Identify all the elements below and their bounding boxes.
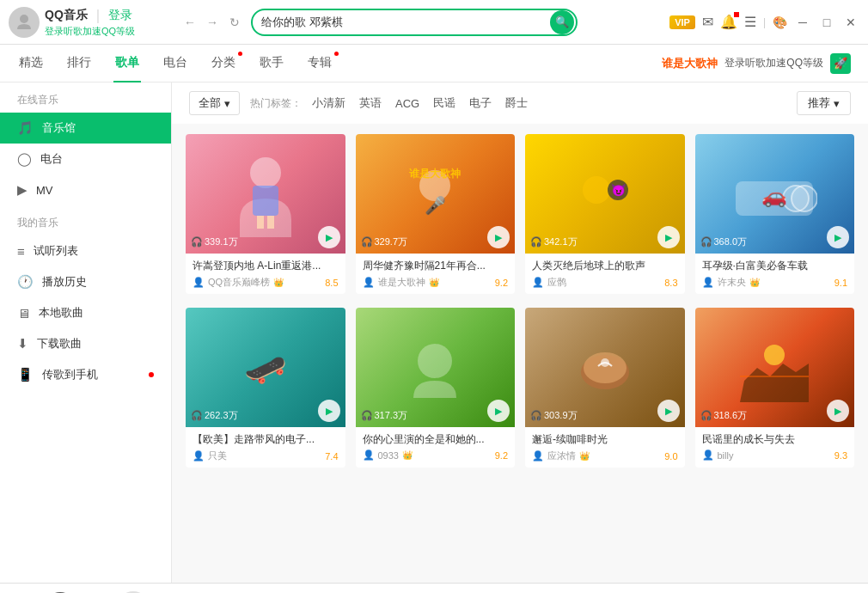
crown-icon-4: 👑 — [749, 278, 760, 287]
card-4-play[interactable]: ▶ — [827, 226, 849, 248]
card-1-count: 🎧 339.1万 — [191, 235, 238, 248]
user-icon-4: 👤 — [702, 277, 714, 288]
card-1-info: 许嵩登顶内地 A-Lin重返港... 👤 QQ音乐巅峰榜 👑 8.5 — [186, 254, 345, 294]
menu-icon[interactable]: ☰ — [744, 14, 756, 30]
close-button[interactable]: ✕ — [842, 14, 859, 31]
tab-geshou[interactable]: 歌手 — [258, 45, 285, 83]
sidebar-label-local: 本地歌曲 — [39, 305, 83, 321]
card-3-source: 应鹘 — [547, 276, 566, 289]
card-4[interactable]: 🚗 🎧 368.0万 ▶ 耳孕级·白富美必备车载 👤 许末央 — [695, 134, 855, 294]
sidebar-item-download[interactable]: ⬇ 下载歌曲 — [0, 328, 171, 359]
card-2-play[interactable]: ▶ — [487, 226, 510, 248]
card-1-play[interactable]: ▶ — [318, 226, 340, 248]
transfer-icon: 📱 — [17, 367, 34, 382]
sidebar-item-mv[interactable]: ▶ MV — [0, 174, 171, 205]
card-5-play[interactable]: ▶ — [318, 400, 340, 422]
sidebar-label-transfer: 传歌到手机 — [42, 367, 98, 382]
sidebar-label-radio: 电台 — [40, 151, 63, 167]
special-tab[interactable]: 谁是大歌神 — [662, 56, 718, 71]
titlebar-right: VIP ✉ 🔔 ☰ | 🎨 ─ □ ✕ — [669, 14, 859, 31]
tab-login[interactable]: 登录听歌加速QQ等级 — [724, 56, 823, 70]
zhuanji-dot — [334, 52, 339, 56]
card-5-score: 7.4 — [325, 451, 338, 462]
card-1[interactable]: 🎧 339.1万 ▶ 许嵩登顶内地 A-Lin重返港... 👤 QQ音乐巅峰榜 … — [186, 134, 345, 294]
card-3[interactable]: 😈 🎧 342.1万 ▶ 人类灭绝后地球上的歌声 👤 应鹘 — [525, 134, 685, 294]
sidebar-item-music-hall[interactable]: 🎵 音乐馆 — [0, 113, 171, 144]
skin-icon[interactable]: 🎨 — [773, 15, 787, 29]
chevron-down-icon: ▾ — [224, 97, 230, 110]
bell-icon[interactable]: 🔔 — [720, 14, 737, 30]
card-5-meta: 👤 只美 7.4 — [193, 449, 339, 462]
sidebar-item-local[interactable]: 🖥 本地歌曲 — [0, 297, 171, 328]
back-button[interactable]: ← — [180, 13, 199, 32]
chevron-down-icon2: ▾ — [834, 97, 840, 110]
filter-bar: 全部 ▾ 热门标签： 小清新 英语 ACG 民谣 电子 爵士 推荐 ▾ — [172, 83, 868, 124]
card-2-score: 9.2 — [495, 278, 508, 288]
card-6[interactable]: 🎧 317.3万 ▶ 你的心里演的全是和她的... 👤 0933 👑 9.2 — [356, 308, 516, 468]
card-1-score: 8.5 — [325, 278, 338, 288]
card-2[interactable]: 🎤 谁是大歌神 🎧 329.7万 ▶ 周华健齐豫时隔21年再合... � — [356, 134, 516, 294]
tab-jingxuan[interactable]: 精选 — [17, 45, 45, 83]
recommend-button[interactable]: 推荐 ▾ — [797, 91, 851, 115]
tab-fenlei[interactable]: 分类 — [210, 45, 237, 83]
card-8[interactable]: 🎧 318.6万 ▶ 民谣里的成长与失去 👤 billy 9.3 — [695, 308, 855, 468]
tag-jazz[interactable]: 爵士 — [502, 94, 531, 113]
tab-diantai[interactable]: 电台 — [162, 45, 189, 83]
card-2-source: 谁是大歌神 — [378, 276, 425, 289]
card-7-play[interactable]: ▶ — [657, 400, 680, 422]
card-5-count: 🎧 262.3万 — [191, 409, 238, 422]
sidebar-label-music-hall: 音乐馆 — [42, 120, 76, 136]
card-5-source: 只美 — [208, 449, 227, 462]
logo-text-group: QQ音乐 ｜ 登录 登录听歌加速QQ等级 — [45, 7, 135, 38]
card-6-image: 🎧 317.3万 ▶ — [356, 308, 516, 427]
tag-qingxin[interactable]: 小清新 — [309, 94, 349, 113]
card-7[interactable]: 🎧 303.9万 ▶ 邂逅-续咖啡时光 👤 应浓情 👑 9.0 — [525, 308, 685, 468]
svg-text:🎤: 🎤 — [425, 195, 446, 216]
minimize-button[interactable]: ─ — [794, 14, 811, 31]
card-4-count: 🎧 368.0万 — [700, 235, 748, 248]
user-icon-2: 👤 — [363, 277, 375, 288]
card-7-image: 🎧 303.9万 ▶ — [525, 308, 685, 427]
login-link[interactable]: 登录 — [108, 8, 132, 23]
refresh-button[interactable]: ↻ — [225, 13, 244, 32]
online-section-label: 在线音乐 — [0, 83, 171, 113]
card-7-score: 9.0 — [664, 451, 677, 462]
user-icon-1: 👤 — [193, 277, 205, 288]
svg-point-8 — [583, 176, 610, 204]
restore-button[interactable]: □ — [818, 14, 835, 31]
card-5[interactable]: 🛹 🎧 262.3万 ▶ 【欧美】走路带风的电子... 👤 只美 — [186, 308, 345, 468]
card-3-play[interactable]: ▶ — [657, 226, 680, 248]
rocket-button[interactable]: 🚀 — [830, 53, 851, 74]
sidebar-item-transfer[interactable]: 📱 传歌到手机 — [0, 359, 171, 390]
card-7-info: 邂逅-续咖啡时光 👤 应浓情 👑 9.0 — [525, 427, 685, 468]
mail-icon[interactable]: ✉ — [702, 14, 713, 30]
sidebar-label-download: 下载歌曲 — [37, 336, 82, 352]
forward-button[interactable]: → — [203, 13, 222, 32]
sidebar-item-trial[interactable]: ≡ 试听列表 — [0, 235, 171, 266]
tag-english[interactable]: 英语 — [356, 94, 385, 113]
svg-point-20 — [764, 345, 785, 365]
search-button[interactable]: 🔍 — [550, 10, 574, 34]
nav-arrows: ← → ↻ — [180, 13, 244, 32]
sidebar-item-history[interactable]: 🕐 播放历史 — [0, 266, 171, 297]
card-3-meta: 👤 应鹘 8.3 — [532, 276, 678, 289]
sidebar: 在线音乐 🎵 音乐馆 ◯ 电台 ▶ MV 我的音乐 ≡ 试听列表 🕐 播放历史 … — [0, 83, 172, 583]
card-2-image: 🎤 谁是大歌神 🎧 329.7万 ▶ — [356, 134, 516, 254]
download-icon: ⬇ — [17, 336, 28, 352]
category-select[interactable]: 全部 ▾ — [189, 91, 240, 115]
search-input[interactable] — [261, 15, 550, 28]
card-1-source: QQ音乐巅峰榜 — [208, 276, 270, 289]
tag-minyao[interactable]: 民谣 — [430, 94, 459, 113]
tag-electronic[interactable]: 电子 — [466, 94, 495, 113]
vip-badge[interactable]: VIP — [669, 15, 695, 29]
card-3-info: 人类灭绝后地球上的歌声 👤 应鹘 8.3 — [525, 254, 685, 294]
user-icon-8: 👤 — [702, 449, 714, 461]
tab-gedan[interactable]: 歌单 — [113, 45, 141, 83]
main-layout: 在线音乐 🎵 音乐馆 ◯ 电台 ▶ MV 我的音乐 ≡ 试听列表 🕐 播放历史 … — [0, 83, 868, 583]
history-icon: 🕐 — [17, 274, 34, 290]
card-5-title: 【欧美】走路带风的电子... — [193, 432, 339, 447]
tab-paihang[interactable]: 排行 — [65, 45, 93, 83]
tab-zhuanji[interactable]: 专辑 — [306, 45, 333, 83]
tag-acg[interactable]: ACG — [392, 95, 423, 112]
sidebar-item-radio[interactable]: ◯ 电台 — [0, 144, 171, 174]
